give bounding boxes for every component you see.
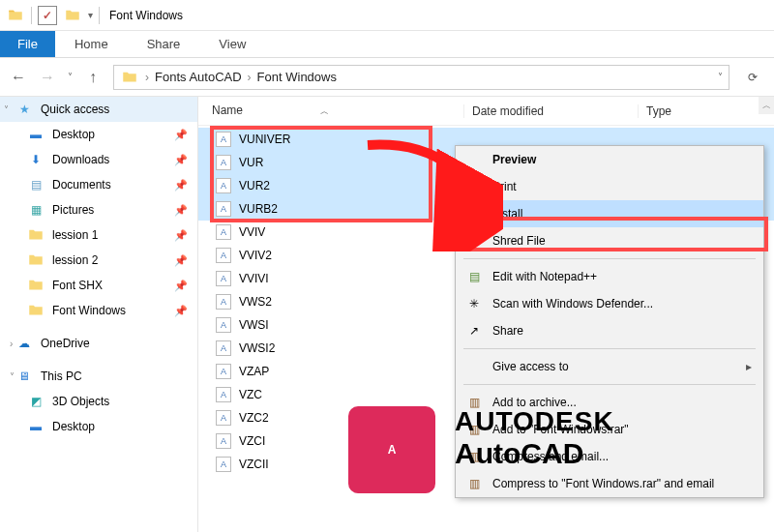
sidebar-item-folder[interactable]: lession 1📌	[0, 222, 197, 248]
breadcrumb[interactable]: Fonts AutoCAD	[155, 70, 242, 84]
ctx-compress-email[interactable]: ▥Compress and email...	[456, 443, 763, 470]
pin-icon: 📌	[174, 305, 188, 317]
sidebar-label: Quick access	[41, 103, 109, 116]
font-file-icon: A	[216, 201, 231, 217]
tab-view[interactable]: View	[199, 31, 265, 57]
font-file-icon: A	[216, 410, 231, 426]
rar-icon: ▥	[465, 475, 483, 492]
tab-home[interactable]: Home	[55, 31, 128, 57]
pin-icon: 📌	[174, 179, 188, 192]
breadcrumb[interactable]: Font Windows	[257, 70, 337, 84]
ctx-add-archive[interactable]: ▥Add to archive...	[456, 389, 763, 416]
column-name[interactable]: Name︿	[212, 103, 463, 118]
ctx-install[interactable]: Install	[456, 200, 763, 227]
font-file-icon: A	[216, 457, 231, 472]
star-icon: ★	[15, 101, 33, 118]
font-file-icon: A	[216, 155, 231, 170]
sidebar-item-pictures[interactable]: ▦Pictures📌	[0, 197, 197, 222]
pin-icon: 📌	[174, 254, 188, 267]
pin-icon: 📌	[174, 280, 188, 292]
sidebar-item-downloads[interactable]: ⬇Downloads📌	[0, 147, 197, 172]
sort-indicator-icon: ︿	[320, 106, 329, 116]
font-file-icon: A	[216, 132, 231, 147]
folder-icon	[120, 68, 139, 87]
separator	[31, 7, 32, 24]
ctx-give-access[interactable]: Give access to▸	[456, 353, 763, 380]
pc-icon: 🖥	[15, 368, 33, 385]
sidebar-quick-access[interactable]: ˅ ★ Quick access	[0, 97, 197, 122]
chevron-down-icon[interactable]: ˅	[10, 371, 15, 382]
ctx-compress-to-email[interactable]: ▥Compress to "Font Windows.rar" and emai…	[456, 470, 763, 497]
history-dropdown-icon[interactable]: ˅	[68, 72, 73, 82]
notepad-icon: ▤	[465, 268, 483, 285]
chevron-right-icon[interactable]: ›	[10, 339, 13, 349]
ctx-shred[interactable]: ◉Shred File	[456, 227, 763, 254]
sidebar-item-folder[interactable]: lession 2📌	[0, 248, 197, 273]
rar-icon: ▥	[465, 421, 483, 438]
sidebar-item-desktop[interactable]: ▬Desktop📌	[0, 122, 197, 147]
column-date[interactable]: Date modified	[463, 104, 638, 118]
font-file-icon: A	[216, 364, 231, 379]
column-headers: Name︿ Date modified Type	[198, 97, 774, 126]
folder-icon	[27, 226, 45, 244]
ribbon: File Home Share View	[0, 31, 774, 58]
divider	[463, 348, 756, 349]
pin-icon: 📌	[174, 204, 188, 217]
blank-icon	[465, 151, 483, 168]
context-menu: Preview Print Install ◉Shred File ▤Edit …	[455, 145, 764, 498]
folder-icon	[27, 251, 45, 269]
folder-icon	[63, 6, 82, 25]
sidebar-item-folder[interactable]: Font SHX📌	[0, 273, 197, 298]
pin-icon: 📌	[174, 129, 188, 141]
ctx-share[interactable]: ↗Share	[456, 317, 763, 344]
downloads-icon: ⬇	[27, 151, 45, 168]
sidebar-item-folder[interactable]: Font Windows📌	[0, 298, 197, 323]
chevron-right-icon[interactable]: ›	[145, 71, 149, 84]
sidebar-thispc[interactable]: ˅🖥This PC	[0, 364, 197, 389]
chevron-right-icon[interactable]: ›	[248, 71, 252, 84]
window-title: Font Windows	[109, 9, 183, 22]
up-button[interactable]: ↑	[84, 69, 102, 86]
sidebar-item-documents[interactable]: ▤Documents📌	[0, 172, 197, 197]
ctx-defender[interactable]: ✳Scan with Windows Defender...	[456, 290, 763, 317]
separator	[99, 7, 100, 24]
font-file-icon: A	[216, 387, 231, 402]
sidebar-onedrive[interactable]: ›☁OneDrive	[0, 331, 197, 356]
ctx-notepad[interactable]: ▤Edit with Notepad++	[456, 263, 763, 290]
quick-access-toggle-icon[interactable]: ✓	[38, 6, 57, 25]
shield-icon	[465, 205, 483, 222]
documents-icon: ▤	[27, 176, 45, 193]
scroll-up-icon[interactable]: ︿	[759, 97, 774, 114]
submenu-arrow-icon: ▸	[746, 360, 752, 373]
autocad-logo-icon: A	[348, 406, 435, 493]
font-file-icon: A	[216, 317, 231, 333]
sidebar-item-3dobjects[interactable]: ◩3D Objects	[0, 389, 197, 414]
back-button[interactable]: ←	[10, 69, 27, 86]
ctx-print[interactable]: Print	[456, 173, 763, 200]
divider	[463, 384, 756, 385]
file-tab[interactable]: File	[0, 31, 55, 57]
font-file-icon: A	[216, 271, 231, 286]
refresh-button[interactable]: ⟳	[741, 71, 764, 84]
tab-share[interactable]: Share	[128, 31, 200, 57]
sidebar-item-desktop[interactable]: ▬Desktop	[0, 414, 197, 439]
ctx-preview[interactable]: Preview	[456, 146, 763, 173]
font-file-icon: A	[216, 178, 231, 193]
chevron-down-icon[interactable]: ▾	[88, 10, 93, 20]
titlebar: ✓ ▾ Font Windows	[0, 0, 774, 31]
cloud-icon: ☁	[15, 335, 33, 352]
chevron-down-icon[interactable]: ˅	[718, 72, 723, 82]
column-type[interactable]: Type	[638, 104, 671, 118]
font-file-icon: A	[216, 224, 231, 240]
share-icon: ↗	[465, 322, 483, 340]
address-bar[interactable]: › Fonts AutoCAD › Font Windows ˅	[113, 65, 729, 90]
blank-icon	[465, 178, 483, 195]
folder-icon	[6, 6, 25, 25]
forward-button[interactable]: →	[39, 69, 56, 86]
pin-icon: 📌	[174, 229, 188, 242]
ctx-add-rar[interactable]: ▥Add to "Font Windows.rar"	[456, 416, 763, 443]
desktop-icon: ▬	[27, 418, 45, 435]
cube-icon: ◩	[27, 393, 45, 410]
font-file-icon: A	[216, 433, 231, 449]
chevron-down-icon[interactable]: ˅	[4, 104, 9, 115]
